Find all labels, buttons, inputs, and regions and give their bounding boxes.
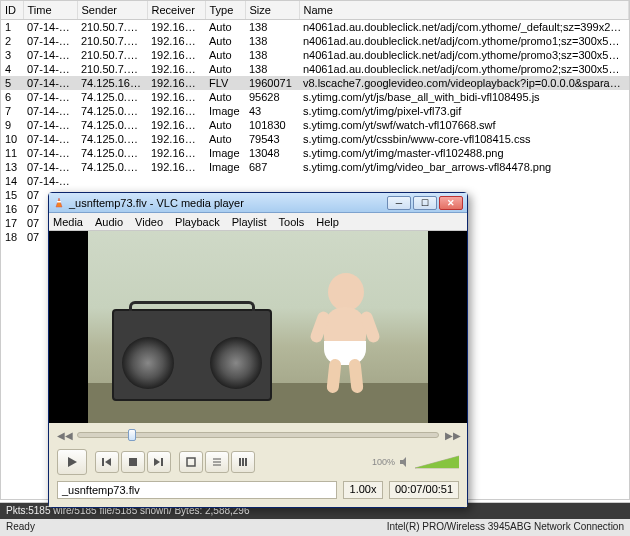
cell-id: 6 — [1, 90, 23, 104]
table-row[interactable]: 307-14-20...210.50.7.245192.168.1.5Auto1… — [1, 48, 629, 62]
cell-name: s.ytimg.com/yt/img/master-vfl102488.png — [299, 146, 629, 160]
cell-type: Auto — [205, 132, 245, 146]
next-button[interactable] — [147, 451, 171, 473]
cell-name: n4061ad.au.doubleclick.net/adj/com.ythom… — [299, 48, 629, 62]
cell-receiver: 192.168.1.5 — [147, 90, 205, 104]
col-time[interactable]: Time — [23, 1, 77, 20]
cell-size: 101830 — [245, 118, 299, 132]
table-row[interactable]: 707-14-20...74.125.0.144192.168.1.5Image… — [1, 104, 629, 118]
speed-box[interactable]: 1.00x — [343, 481, 383, 499]
cell-sender: 74.125.165.... — [77, 76, 147, 90]
table-row[interactable]: 207-14-20...210.50.7.245192.168.1.5Auto1… — [1, 34, 629, 48]
col-sender[interactable]: Sender — [77, 1, 147, 20]
table-row[interactable]: 507-14-20...74.125.165....192.168.1.5FLV… — [1, 76, 629, 90]
table-row[interactable]: 1107-14-20...74.125.0.144192.168.1.5Imag… — [1, 146, 629, 160]
col-id[interactable]: ID — [1, 1, 23, 20]
cell-receiver: 192.168.1.5 — [147, 76, 205, 90]
video-area[interactable] — [49, 231, 467, 423]
seek-fwd-icon[interactable]: ▶▶ — [445, 430, 459, 440]
col-type[interactable]: Type — [205, 1, 245, 20]
cell-time: 07-14-20... — [23, 118, 77, 132]
cell-name: n4061ad.au.doubleclick.net/adj/com.ythom… — [299, 62, 629, 76]
file-field[interactable]: _usnftemp73.flv — [57, 481, 337, 499]
vlc-window[interactable]: _usnftemp73.flv - VLC media player ─ ☐ ✕… — [48, 192, 468, 508]
cell-id: 5 — [1, 76, 23, 90]
cell-sender: 74.125.0.144 — [77, 146, 147, 160]
cell-size: 43 — [245, 104, 299, 118]
table-row[interactable]: 1007-14-20...74.125.0.144192.168.1.5Auto… — [1, 132, 629, 146]
playlist-button[interactable] — [205, 451, 229, 473]
menubar[interactable]: MediaAudioVideoPlaybackPlaylistToolsHelp — [49, 213, 467, 231]
col-size[interactable]: Size — [245, 1, 299, 20]
cell-name: s.ytimg.com/yt/cssbin/www-core-vfl108415… — [299, 132, 629, 146]
menu-audio[interactable]: Audio — [95, 216, 123, 228]
status-nic: Intel(R) PRO/Wireless 3945ABG Network Co… — [387, 521, 624, 532]
volume-slider[interactable] — [415, 455, 459, 469]
cell-receiver: 192.168.1.5 — [147, 48, 205, 62]
cell-id: 4 — [1, 62, 23, 76]
cell-name: s.ytimg.com/yt/swf/watch-vfl107668.swf — [299, 118, 629, 132]
table-row[interactable]: 407-14-20...210.50.7.245192.168.1.5Auto1… — [1, 62, 629, 76]
minimize-button[interactable]: ─ — [387, 196, 411, 210]
svg-rect-14 — [245, 458, 247, 466]
menu-playback[interactable]: Playback — [175, 216, 220, 228]
menu-playlist[interactable]: Playlist — [232, 216, 267, 228]
titlebar[interactable]: _usnftemp73.flv - VLC media player ─ ☐ ✕ — [49, 193, 467, 213]
seek-back-icon[interactable]: ◀◀ — [57, 430, 71, 440]
seek-thumb[interactable] — [128, 429, 136, 441]
cell-size: 138 — [245, 48, 299, 62]
cell-type: Auto — [205, 62, 245, 76]
cell-name: n4061ad.au.doubleclick.net/adj/com.ythom… — [299, 20, 629, 35]
cell-type — [205, 174, 245, 188]
vlc-icon — [53, 197, 65, 209]
fullscreen-button[interactable] — [179, 451, 203, 473]
cell-id: 2 — [1, 34, 23, 48]
controls: ◀◀ ▶▶ 100% — [49, 423, 467, 507]
maximize-button[interactable]: ☐ — [413, 196, 437, 210]
speaker-icon[interactable] — [399, 456, 411, 468]
cell-time: 07-14-20... — [23, 62, 77, 76]
col-name[interactable]: Name — [299, 1, 629, 20]
cell-sender: 210.50.7.245 — [77, 62, 147, 76]
close-button[interactable]: ✕ — [439, 196, 463, 210]
cell-size: 95628 — [245, 90, 299, 104]
table-row[interactable]: 907-14-20...74.125.0.144192.168.1.5Auto1… — [1, 118, 629, 132]
cell-size — [245, 174, 299, 188]
menu-media[interactable]: Media — [53, 216, 83, 228]
cell-time: 07-14-20... — [23, 132, 77, 146]
table-row[interactable]: 107-14-20...210.50.7.245192.168.1.5Auto1… — [1, 20, 629, 35]
cell-time: 07-14-20... — [23, 48, 77, 62]
cell-size: 687 — [245, 160, 299, 174]
cell-id: 18 — [1, 230, 23, 244]
cell-sender: 210.50.7.245 — [77, 20, 147, 35]
table-row[interactable]: 1407-14-20... — [1, 174, 629, 188]
cell-id: 1 — [1, 20, 23, 35]
volume-percent: 100% — [372, 457, 395, 467]
cell-type: Image — [205, 104, 245, 118]
svg-rect-1 — [57, 201, 61, 203]
extended-settings-button[interactable] — [231, 451, 255, 473]
menu-video[interactable]: Video — [135, 216, 163, 228]
seek-slider[interactable] — [77, 432, 439, 438]
stop-button[interactable] — [121, 451, 145, 473]
col-receiver[interactable]: Receiver — [147, 1, 205, 20]
svg-marker-2 — [68, 457, 77, 467]
video-surface — [88, 231, 428, 423]
prev-button[interactable] — [95, 451, 119, 473]
cell-receiver: 192.168.1.5 — [147, 62, 205, 76]
cell-id: 10 — [1, 132, 23, 146]
svg-rect-12 — [239, 458, 241, 466]
play-button[interactable] — [57, 449, 87, 475]
menu-help[interactable]: Help — [316, 216, 339, 228]
table-row[interactable]: 1307-14-20...74.125.0.144192.168.1.5Imag… — [1, 160, 629, 174]
cell-receiver: 192.168.1.5 — [147, 118, 205, 132]
menu-tools[interactable]: Tools — [279, 216, 305, 228]
cell-time: 07-14-20... — [23, 146, 77, 160]
cell-id: 13 — [1, 160, 23, 174]
cell-id: 16 — [1, 202, 23, 216]
cell-sender — [77, 174, 147, 188]
cell-name: n4061ad.au.doubleclick.net/adj/com.ythom… — [299, 34, 629, 48]
cell-id: 9 — [1, 118, 23, 132]
cell-size: 138 — [245, 62, 299, 76]
table-row[interactable]: 607-14-20...74.125.0.144192.168.1.5Auto9… — [1, 90, 629, 104]
